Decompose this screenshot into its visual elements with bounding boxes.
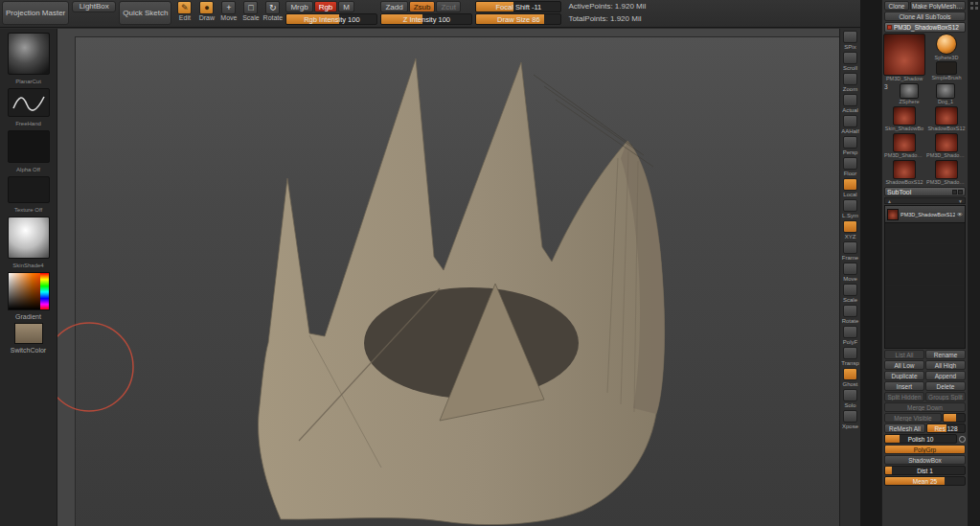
tool-thumb-pm3d-2[interactable] <box>935 133 958 152</box>
z-intensity-slider[interactable]: Z Intensity 100 <box>380 13 472 25</box>
zadd-button[interactable]: Zadd <box>380 1 407 12</box>
subtool-menu-icon[interactable] <box>952 190 957 194</box>
shelf-solo-button[interactable]: Solo <box>840 389 861 409</box>
draw-mode-button[interactable]: ● Draw <box>196 1 217 21</box>
shelf-frame-button[interactable]: Frame <box>840 241 861 262</box>
color-picker[interactable] <box>8 272 50 310</box>
lightbox-button[interactable]: LightBox <box>72 1 116 12</box>
merge-visible-button[interactable]: Merge Visible <box>884 413 942 423</box>
material-thumbnail[interactable] <box>8 217 50 259</box>
polish-mode-toggle-icon[interactable] <box>959 436 966 443</box>
all-low-button[interactable]: All Low <box>884 360 924 370</box>
append-button[interactable]: Append <box>925 371 966 380</box>
scroll-up-icon[interactable]: ▲ <box>887 198 892 204</box>
tool-thumb-sphere3d[interactable] <box>936 34 957 55</box>
move-mode-button[interactable]: + Move <box>218 1 239 21</box>
subtool-section-header[interactable]: SubTool <box>884 187 966 196</box>
shelf-lsym-button[interactable]: L.Sym <box>840 199 861 219</box>
tool-thumb-zsphere[interactable] <box>900 83 919 99</box>
subtool-options-icon[interactable] <box>958 190 963 194</box>
tool-thumb-pm3d-shadow[interactable] <box>883 34 925 76</box>
tool-thumb-shadowbox-1[interactable] <box>935 106 958 126</box>
shelf-ghost-button[interactable]: Ghost <box>840 368 861 388</box>
visibility-eye-icon[interactable]: 👁 <box>957 212 963 217</box>
res-slider[interactable]: Res 128 <box>926 423 966 433</box>
texture-thumbnail[interactable] <box>8 176 50 203</box>
shelf-floor-button[interactable]: Floor <box>840 157 861 177</box>
hue-strip[interactable] <box>40 273 49 309</box>
tool-thumb-simplebrush[interactable] <box>936 61 957 75</box>
subtool-scrollbar[interactable]: ▲ ▼ <box>884 197 966 204</box>
shelf-aahalf-button[interactable]: AAHalf <box>840 115 861 135</box>
alpha-thumbnail[interactable] <box>8 130 50 163</box>
shelf-xpose-button[interactable]: Xpose <box>840 410 861 430</box>
scale-mode-button[interactable]: □ Scale <box>240 1 261 21</box>
delete-button[interactable]: Delete <box>925 381 966 391</box>
focal-shift-slider[interactable]: Focal Shift -11 <box>475 1 561 12</box>
tool-thumb-dog1[interactable] <box>936 83 955 99</box>
split-hidden-button[interactable]: Split Hidden <box>884 392 924 401</box>
model-crown[interactable] <box>259 58 665 525</box>
shelf-scroll-button[interactable]: Scroll <box>840 52 861 72</box>
subtool-empty-slot[interactable] <box>885 286 965 307</box>
rotate-mode-button[interactable]: ↻ Rotate <box>262 1 283 21</box>
draw-size-slider[interactable]: Draw Size 86 <box>475 13 561 25</box>
shadowbox-button[interactable]: ShadowBox <box>884 455 966 465</box>
quick-sketch-button[interactable]: Quick Sketch <box>119 1 171 25</box>
tool-thumb-skin-shadowbox[interactable] <box>893 106 916 126</box>
projection-master-button[interactable]: Projection Master <box>2 1 69 25</box>
switch-color-label[interactable]: SwitchColor <box>11 347 46 354</box>
tool-thumb-pm3d-3[interactable] <box>935 160 958 179</box>
zcut-button[interactable]: Zcut <box>436 1 461 12</box>
tray-grid-icon[interactable] <box>970 2 978 10</box>
clone-button[interactable]: Clone <box>884 1 909 11</box>
polish-slider[interactable]: Polish 10 <box>884 434 957 444</box>
shelf-move-button[interactable]: Move <box>840 263 861 283</box>
insert-button[interactable]: Insert <box>884 381 924 391</box>
list-all-button[interactable]: List All <box>884 350 924 359</box>
subtool-empty-slot[interactable] <box>885 264 965 286</box>
make-polymesh3d-button[interactable]: Make PolyMesh3D <box>910 1 966 11</box>
tool-thumb-pm3d-1[interactable] <box>893 133 916 152</box>
edit-mode-button[interactable]: ✎ Edit <box>174 1 194 21</box>
all-high-button[interactable]: All High <box>925 360 966 370</box>
merge-down-button[interactable]: Merge Down <box>884 402 966 412</box>
shelf-local-button[interactable]: Local <box>840 178 861 198</box>
shelf-rotate-button[interactable]: Rotate <box>840 305 861 325</box>
shelf-scale-button[interactable]: Scale <box>840 284 861 304</box>
polygrp-button[interactable]: PolyGrp <box>884 445 966 454</box>
mrgb-button[interactable]: Mrgb <box>285 1 312 12</box>
mean-slider[interactable]: Mean 25 <box>884 476 966 486</box>
shelf-actual-button[interactable]: Actual <box>840 94 861 114</box>
shelf-xyz-button[interactable]: XYZ <box>840 220 861 240</box>
rgb-button[interactable]: Rgb <box>314 1 338 12</box>
stroke-thumbnail[interactable] <box>8 88 50 117</box>
zsub-button[interactable]: Zsub <box>409 1 436 12</box>
rgb-intensity-slider[interactable]: Rgb Intensity 100 <box>285 13 377 25</box>
clone-all-subtools-button[interactable]: Clone All SubTools <box>884 11 966 21</box>
panel-divider[interactable] <box>860 0 881 526</box>
subtool-item-selected[interactable]: PM3D_ShadowBoxS12_000 👁 <box>885 206 965 223</box>
subtool-empty-slot[interactable] <box>885 327 965 348</box>
scroll-down-icon[interactable]: ▼ <box>958 198 963 204</box>
subtool-empty-slot[interactable] <box>885 223 965 244</box>
gradient-label[interactable]: Gradient <box>15 313 41 320</box>
groups-split-button[interactable]: Groups Split <box>925 392 966 401</box>
shelf-zoom-button[interactable]: Zoom <box>840 73 861 93</box>
dist-slider[interactable]: Dist 1 <box>884 466 966 475</box>
tool-thumb-shadowbox-2[interactable] <box>893 160 916 179</box>
subtool-empty-slot[interactable] <box>885 307 965 328</box>
weld-slider[interactable] <box>943 413 966 423</box>
subtool-empty-slot[interactable] <box>885 244 965 265</box>
shelf-transp-button[interactable]: Transp <box>840 347 861 367</box>
m-button[interactable]: M <box>338 1 354 12</box>
document-canvas[interactable] <box>57 29 839 526</box>
current-tool-slot[interactable]: PM3D_ShadowBoxS12 <box>884 22 966 33</box>
right-tray-edge[interactable] <box>968 0 980 526</box>
current-color-swatch[interactable] <box>14 323 43 344</box>
remesh-all-button[interactable]: ReMesh All <box>884 423 925 433</box>
rename-button[interactable]: Rename <box>925 350 966 359</box>
shelf-polyf-button[interactable]: PolyF <box>840 326 861 346</box>
shelf-persp-button[interactable]: Persp <box>840 136 861 156</box>
duplicate-button[interactable]: Duplicate <box>884 371 924 380</box>
